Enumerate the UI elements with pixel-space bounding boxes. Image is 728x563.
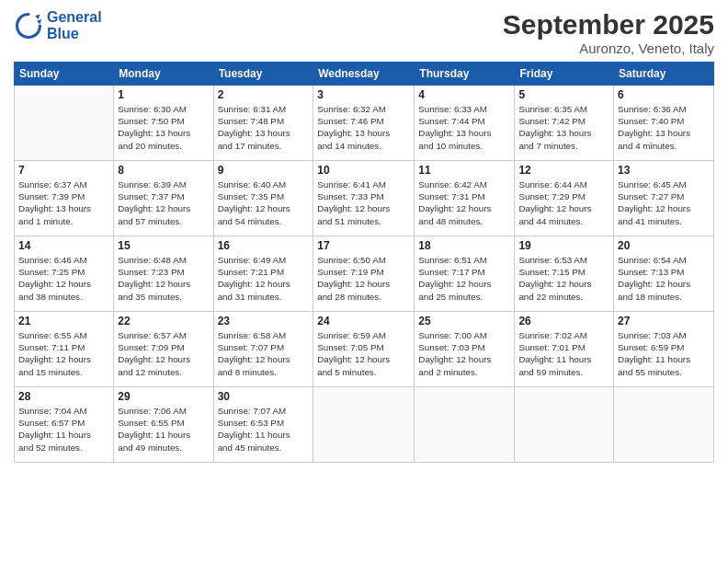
calendar-cell: 3Sunrise: 6:32 AM Sunset: 7:46 PM Daylig… — [313, 86, 415, 161]
day-number: 11 — [418, 164, 510, 177]
day-info: Sunrise: 6:36 AM Sunset: 7:40 PM Dayligh… — [618, 103, 710, 152]
calendar-cell: 11Sunrise: 6:42 AM Sunset: 7:31 PM Dayli… — [415, 161, 515, 236]
day-info: Sunrise: 6:48 AM Sunset: 7:23 PM Dayligh… — [118, 254, 209, 303]
calendar-cell: 25Sunrise: 7:00 AM Sunset: 7:03 PM Dayli… — [415, 312, 515, 387]
day-info: Sunrise: 6:51 AM Sunset: 7:17 PM Dayligh… — [418, 254, 510, 303]
day-number: 28 — [18, 390, 109, 403]
day-number: 20 — [618, 239, 710, 252]
calendar-cell: 9Sunrise: 6:40 AM Sunset: 7:35 PM Daylig… — [213, 161, 313, 236]
day-info: Sunrise: 6:53 AM Sunset: 7:15 PM Dayligh… — [518, 254, 609, 303]
calendar-cell: 21Sunrise: 6:55 AM Sunset: 7:11 PM Dayli… — [15, 312, 114, 387]
month-title: September 2025 — [503, 9, 714, 40]
calendar-week-3: 14Sunrise: 6:46 AM Sunset: 7:25 PM Dayli… — [15, 236, 714, 312]
day-number: 23 — [218, 315, 310, 327]
day-number: 9 — [218, 164, 310, 177]
day-info: Sunrise: 7:06 AM Sunset: 6:55 PM Dayligh… — [118, 405, 209, 454]
calendar-cell: 16Sunrise: 6:49 AM Sunset: 7:21 PM Dayli… — [213, 236, 313, 312]
calendar-cell: 6Sunrise: 6:36 AM Sunset: 7:40 PM Daylig… — [614, 86, 714, 161]
day-header-saturday: Saturday — [614, 63, 714, 86]
day-info: Sunrise: 6:49 AM Sunset: 7:21 PM Dayligh… — [218, 254, 310, 303]
day-number: 4 — [418, 88, 510, 101]
day-info: Sunrise: 7:03 AM Sunset: 6:59 PM Dayligh… — [618, 329, 710, 378]
day-number: 10 — [317, 164, 410, 177]
day-info: Sunrise: 6:45 AM Sunset: 7:27 PM Dayligh… — [618, 178, 710, 227]
calendar-cell — [313, 387, 415, 463]
calendar-cell: 30Sunrise: 7:07 AM Sunset: 6:53 PM Dayli… — [213, 387, 313, 463]
day-number: 8 — [118, 164, 209, 177]
day-info: Sunrise: 6:42 AM Sunset: 7:31 PM Dayligh… — [418, 178, 510, 227]
day-number: 13 — [618, 164, 710, 177]
day-number: 25 — [418, 315, 510, 327]
calendar-cell — [15, 86, 114, 161]
day-info: Sunrise: 6:46 AM Sunset: 7:25 PM Dayligh… — [18, 254, 109, 303]
day-number: 1 — [118, 88, 209, 101]
day-number: 21 — [18, 315, 109, 327]
day-info: Sunrise: 6:50 AM Sunset: 7:19 PM Dayligh… — [317, 254, 410, 303]
day-number: 29 — [118, 390, 209, 403]
day-info: Sunrise: 6:32 AM Sunset: 7:46 PM Dayligh… — [317, 103, 410, 152]
calendar-cell: 13Sunrise: 6:45 AM Sunset: 7:27 PM Dayli… — [614, 161, 714, 236]
calendar-cell: 26Sunrise: 7:02 AM Sunset: 7:01 PM Dayli… — [515, 312, 614, 387]
calendar-week-4: 21Sunrise: 6:55 AM Sunset: 7:11 PM Dayli… — [15, 312, 714, 387]
day-number: 2 — [218, 88, 310, 101]
day-info: Sunrise: 6:30 AM Sunset: 7:50 PM Dayligh… — [118, 103, 209, 152]
day-info: Sunrise: 6:41 AM Sunset: 7:33 PM Dayligh… — [317, 178, 410, 227]
calendar-cell: 22Sunrise: 6:57 AM Sunset: 7:09 PM Dayli… — [114, 312, 213, 387]
calendar-cell: 17Sunrise: 6:50 AM Sunset: 7:19 PM Dayli… — [313, 236, 415, 312]
day-info: Sunrise: 6:57 AM Sunset: 7:09 PM Dayligh… — [118, 329, 209, 378]
day-number: 18 — [418, 239, 510, 252]
calendar-week-2: 7Sunrise: 6:37 AM Sunset: 7:39 PM Daylig… — [15, 161, 714, 236]
day-number: 17 — [317, 239, 410, 252]
day-header-sunday: Sunday — [15, 63, 114, 86]
logo-text: General Blue — [47, 9, 102, 41]
calendar-cell: 19Sunrise: 6:53 AM Sunset: 7:15 PM Dayli… — [515, 236, 614, 312]
day-info: Sunrise: 7:04 AM Sunset: 6:57 PM Dayligh… — [18, 405, 109, 454]
calendar-cell: 20Sunrise: 6:54 AM Sunset: 7:13 PM Dayli… — [614, 236, 714, 312]
day-number: 5 — [518, 88, 609, 101]
calendar-cell: 28Sunrise: 7:04 AM Sunset: 6:57 PM Dayli… — [15, 387, 114, 463]
day-header-thursday: Thursday — [415, 63, 515, 86]
calendar-cell — [614, 387, 714, 463]
header: General Blue September 2025 Auronzo, Ven… — [14, 9, 714, 56]
page: General Blue September 2025 Auronzo, Ven… — [0, 0, 728, 563]
calendar-table: SundayMondayTuesdayWednesdayThursdayFrid… — [14, 62, 714, 463]
day-number: 3 — [317, 88, 410, 101]
day-info: Sunrise: 6:33 AM Sunset: 7:44 PM Dayligh… — [418, 103, 510, 152]
day-number: 16 — [218, 239, 310, 252]
day-info: Sunrise: 6:40 AM Sunset: 7:35 PM Dayligh… — [218, 178, 310, 227]
calendar-cell: 24Sunrise: 6:59 AM Sunset: 7:05 PM Dayli… — [313, 312, 415, 387]
calendar-cell: 7Sunrise: 6:37 AM Sunset: 7:39 PM Daylig… — [15, 161, 114, 236]
calendar-cell: 8Sunrise: 6:39 AM Sunset: 7:37 PM Daylig… — [114, 161, 213, 236]
day-number: 27 — [618, 315, 710, 327]
day-info: Sunrise: 6:54 AM Sunset: 7:13 PM Dayligh… — [618, 254, 710, 303]
title-block: September 2025 Auronzo, Veneto, Italy — [503, 9, 714, 56]
day-info: Sunrise: 6:44 AM Sunset: 7:29 PM Dayligh… — [518, 178, 609, 227]
calendar-cell: 29Sunrise: 7:06 AM Sunset: 6:55 PM Dayli… — [114, 387, 213, 463]
day-info: Sunrise: 6:31 AM Sunset: 7:48 PM Dayligh… — [218, 103, 310, 152]
day-info: Sunrise: 7:02 AM Sunset: 7:01 PM Dayligh… — [518, 329, 609, 378]
day-number: 22 — [118, 315, 209, 327]
day-number: 26 — [518, 315, 609, 327]
day-info: Sunrise: 6:59 AM Sunset: 7:05 PM Dayligh… — [317, 329, 410, 378]
calendar-cell — [415, 387, 515, 463]
calendar-cell: 5Sunrise: 6:35 AM Sunset: 7:42 PM Daylig… — [515, 86, 614, 161]
day-info: Sunrise: 6:58 AM Sunset: 7:07 PM Dayligh… — [218, 329, 310, 378]
calendar-cell: 12Sunrise: 6:44 AM Sunset: 7:29 PM Dayli… — [515, 161, 614, 236]
day-number: 24 — [317, 315, 410, 327]
day-number: 6 — [618, 88, 710, 101]
day-info: Sunrise: 6:35 AM Sunset: 7:42 PM Dayligh… — [518, 103, 609, 152]
calendar-cell: 14Sunrise: 6:46 AM Sunset: 7:25 PM Dayli… — [15, 236, 114, 312]
day-info: Sunrise: 6:39 AM Sunset: 7:37 PM Dayligh… — [118, 178, 209, 227]
calendar-cell: 1Sunrise: 6:30 AM Sunset: 7:50 PM Daylig… — [114, 86, 213, 161]
day-number: 30 — [218, 390, 310, 403]
calendar-cell: 10Sunrise: 6:41 AM Sunset: 7:33 PM Dayli… — [313, 161, 415, 236]
day-info: Sunrise: 7:00 AM Sunset: 7:03 PM Dayligh… — [418, 329, 510, 378]
calendar-week-5: 28Sunrise: 7:04 AM Sunset: 6:57 PM Dayli… — [15, 387, 714, 463]
day-info: Sunrise: 6:55 AM Sunset: 7:11 PM Dayligh… — [18, 329, 109, 378]
calendar-cell: 15Sunrise: 6:48 AM Sunset: 7:23 PM Dayli… — [114, 236, 213, 312]
day-info: Sunrise: 6:37 AM Sunset: 7:39 PM Dayligh… — [18, 178, 109, 227]
calendar-week-1: 1Sunrise: 6:30 AM Sunset: 7:50 PM Daylig… — [15, 86, 714, 161]
calendar-cell: 27Sunrise: 7:03 AM Sunset: 6:59 PM Dayli… — [614, 312, 714, 387]
logo-icon — [14, 11, 43, 40]
day-header-wednesday: Wednesday — [313, 63, 415, 86]
